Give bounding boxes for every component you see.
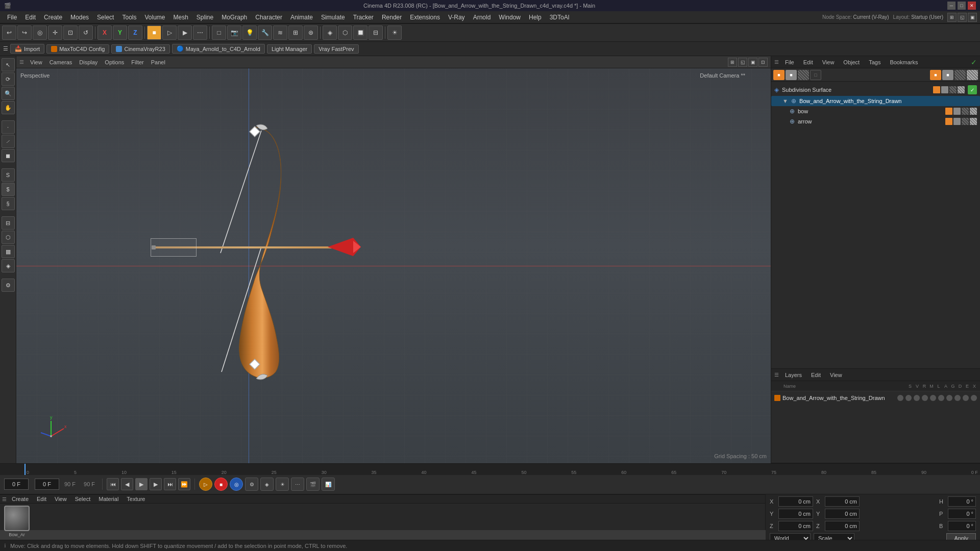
subdiv-dot1[interactable] bbox=[933, 86, 940, 93]
bow-dot2[interactable] bbox=[953, 108, 961, 115]
menu-arnold[interactable]: Arnold bbox=[469, 13, 495, 22]
tool-pan[interactable]: ✋ bbox=[2, 101, 15, 114]
scale-btn[interactable]: ⊡ bbox=[63, 26, 78, 40]
tool-s1[interactable]: S bbox=[2, 168, 15, 182]
render-view-btn[interactable]: ▷ bbox=[162, 26, 177, 40]
obj-check-icon[interactable]: ✓ bbox=[971, 58, 977, 66]
menu-render[interactable]: Render bbox=[378, 13, 406, 22]
vr-stop-btn[interactable]: ■ bbox=[214, 478, 228, 491]
layer-ctrl-a[interactable] bbox=[938, 395, 944, 401]
vp-icon-4[interactable]: ⊡ bbox=[758, 58, 768, 67]
vp-menu-icon[interactable]: ☰ bbox=[19, 59, 24, 65]
tool-faces[interactable]: ◼ bbox=[2, 149, 15, 162]
vr-settings-btn[interactable]: ⚙ bbox=[245, 478, 258, 491]
tc-play[interactable]: ▶ bbox=[135, 478, 148, 490]
menu-tracker[interactable]: Tracker bbox=[349, 13, 378, 22]
hamburger-menu[interactable]: ☰ bbox=[3, 45, 8, 52]
obj-menu-bookmarks[interactable]: Bookmarks bbox=[887, 58, 921, 66]
tc-prev-frame[interactable]: ◀ bbox=[121, 478, 133, 490]
mat-thumb-bow[interactable] bbox=[4, 506, 30, 531]
vp-menu-view[interactable]: View bbox=[27, 58, 45, 66]
obj-menu-object[interactable]: Object bbox=[840, 58, 863, 66]
subdiv-check[interactable]: ✓ bbox=[968, 85, 977, 94]
vr-render-btn[interactable]: ▷ bbox=[199, 478, 212, 491]
tool-snap[interactable]: ⚙ bbox=[2, 279, 15, 292]
layer-item-bow[interactable]: Bow_and_Arrow_with_the_String_Drawn bbox=[772, 393, 979, 403]
menu-window[interactable]: Window bbox=[495, 13, 525, 22]
obj-item-subdivision[interactable]: ◈ Subdivision Surface ✓ bbox=[771, 84, 980, 96]
obj-item-bow-arrow[interactable]: ▼ ⊕ Bow_and_Arrow_with_the_String_Drawn bbox=[771, 96, 980, 106]
layer-menu-layers[interactable]: Layers bbox=[782, 371, 805, 379]
menu-3dtoal[interactable]: 3DToAl bbox=[546, 13, 574, 22]
vrayfastprev-btn[interactable]: Vray FastPrev bbox=[314, 44, 358, 54]
vp-menu-panel[interactable]: Panel bbox=[148, 58, 168, 66]
menu-mograph[interactable]: MoGraph bbox=[217, 13, 251, 22]
tc-record[interactable]: ⏩ bbox=[178, 478, 190, 490]
field-btn[interactable]: ≋ bbox=[273, 26, 287, 40]
render-btn[interactable]: ▶ bbox=[178, 26, 192, 40]
obj-menu-file[interactable]: File bbox=[782, 58, 797, 66]
bow-dot1[interactable] bbox=[945, 108, 952, 115]
layer-ctrl-m[interactable] bbox=[922, 395, 928, 401]
y-axis-btn[interactable]: Y bbox=[113, 26, 127, 40]
layer-ctrl-r[interactable] bbox=[914, 395, 920, 401]
live-select-btn[interactable]: ◎ bbox=[33, 26, 47, 40]
uv-btn[interactable]: ⊟ bbox=[369, 26, 383, 40]
menu-help[interactable]: Help bbox=[525, 13, 546, 22]
mat-menu-material[interactable]: Material bbox=[95, 495, 121, 503]
vp-icon-1[interactable]: ⊞ bbox=[728, 58, 737, 67]
obj-tb-orange2[interactable]: ■ bbox=[930, 70, 941, 80]
panel-btn-3[interactable]: ▣ bbox=[968, 13, 977, 22]
redo-btn[interactable]: ↪ bbox=[17, 26, 32, 40]
vp-menu-display[interactable]: Display bbox=[76, 58, 101, 66]
panel-btn-1[interactable]: ⊞ bbox=[947, 13, 957, 22]
cube-btn[interactable]: □ bbox=[212, 26, 226, 40]
menu-mesh[interactable]: Mesh bbox=[169, 13, 192, 22]
menu-extensions[interactable]: Extensions bbox=[406, 13, 444, 22]
tool-material[interactable]: ⊟ bbox=[2, 216, 15, 230]
subdiv-dot2[interactable] bbox=[941, 86, 948, 93]
obj-tb-check1[interactable] bbox=[798, 70, 809, 80]
cinemavray-btn[interactable]: CinemaVrayR23 bbox=[111, 44, 169, 54]
menu-file[interactable]: File bbox=[3, 13, 21, 22]
menu-create[interactable]: Create bbox=[40, 13, 66, 22]
arrow-dot2[interactable] bbox=[953, 118, 961, 125]
lightmgr-btn[interactable]: Light Manager bbox=[267, 44, 312, 54]
mat-hamburger[interactable]: ☰ bbox=[2, 496, 7, 502]
vp-icon-2[interactable]: ◱ bbox=[738, 58, 747, 67]
layer-ctrl-l[interactable] bbox=[930, 395, 936, 401]
tool-zoom[interactable]: 🔍 bbox=[2, 87, 15, 100]
obj-hamburger[interactable]: ☰ bbox=[774, 59, 779, 65]
shader-btn[interactable]: ⬡ bbox=[338, 26, 352, 40]
camera-btn[interactable]: 📷 bbox=[227, 26, 241, 40]
coord-z-input[interactable] bbox=[778, 521, 813, 531]
menu-volume[interactable]: Volume bbox=[140, 13, 169, 22]
import-btn[interactable]: 📥 Import bbox=[10, 44, 44, 54]
bow-dot3[interactable] bbox=[962, 108, 969, 115]
menu-character[interactable]: Character bbox=[251, 13, 286, 22]
mat-menu-edit[interactable]: Edit bbox=[34, 495, 50, 503]
tool-points[interactable]: · bbox=[2, 120, 15, 134]
xref-btn[interactable]: ⊛ bbox=[304, 26, 318, 40]
obj-tb-check2[interactable] bbox=[954, 70, 966, 80]
obj-tb-gray1[interactable]: ■ bbox=[786, 70, 797, 80]
menu-vray[interactable]: V-Ray bbox=[444, 13, 469, 22]
tc-anim-btn[interactable]: 🎬 bbox=[306, 478, 320, 491]
material-item-bow[interactable]: Bow_Ar bbox=[4, 506, 30, 537]
tool-s2[interactable]: $ bbox=[2, 183, 15, 196]
coord-p-input[interactable] bbox=[948, 509, 976, 519]
close-button[interactable]: ✕ bbox=[968, 2, 976, 10]
tc-next-frame[interactable]: ▶ bbox=[150, 478, 162, 490]
layer-menu-edit[interactable]: Edit bbox=[808, 371, 824, 379]
tool-rotate-3d[interactable]: ⟳ bbox=[2, 72, 15, 86]
menu-modes[interactable]: Modes bbox=[66, 13, 93, 22]
object-btn[interactable]: ■ bbox=[147, 26, 161, 40]
layer-ctrl-e[interactable] bbox=[963, 395, 969, 401]
coord-sz-input[interactable] bbox=[825, 521, 860, 531]
tool-select[interactable]: ↖ bbox=[2, 58, 15, 71]
obj-tb-orange1[interactable]: ■ bbox=[773, 70, 785, 80]
vr-lights-btn[interactable]: ☀ bbox=[276, 478, 289, 491]
maxtoc4d-btn[interactable]: MaxToC4D Config bbox=[46, 44, 109, 54]
obj-menu-tags[interactable]: Tags bbox=[866, 58, 884, 66]
mat-menu-select[interactable]: Select bbox=[72, 495, 94, 503]
